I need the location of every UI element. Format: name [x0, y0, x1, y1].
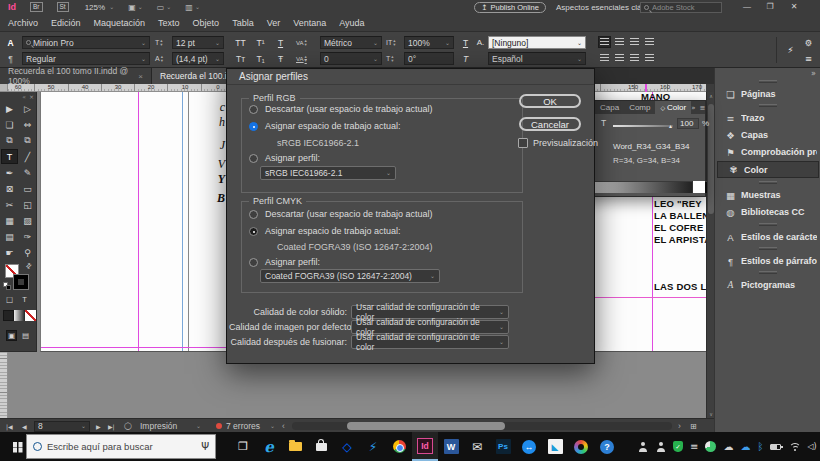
- kerning-field[interactable]: Métrico ⌄: [320, 36, 382, 49]
- menu-ventana[interactable]: Ventana: [293, 18, 326, 28]
- scroll-left-icon[interactable]: ‹: [282, 419, 285, 433]
- indesign-taskbar-button[interactable]: Id: [412, 432, 438, 461]
- paint-app-button[interactable]: [568, 432, 594, 461]
- content-collector-tool[interactable]: ⧉: [1, 133, 18, 148]
- publish-online-button[interactable]: ↥ Publish Online: [474, 2, 546, 13]
- menu-maquetacion[interactable]: Maquetación: [94, 18, 146, 28]
- document-page-left[interactable]: c h J V Y B: [40, 92, 227, 352]
- tab-comp[interactable]: Comp: [624, 101, 655, 114]
- bridge-button[interactable]: Br: [30, 2, 43, 12]
- selection-tool[interactable]: ▶: [1, 101, 18, 116]
- language-dropdown[interactable]: Español ⌄: [488, 52, 586, 65]
- subscript-button[interactable]: T₁: [252, 52, 269, 65]
- dock-item-muestras[interactable]: ▦ Muestras: [715, 187, 820, 203]
- zoom-tool[interactable]: ⚲: [19, 245, 36, 260]
- tint-slider[interactable]: [613, 125, 673, 127]
- chevron-down-icon[interactable]: ⌄: [270, 419, 275, 433]
- arrange-documents-dropdown[interactable]: ▥ ⌄: [185, 3, 200, 12]
- menu-tabla[interactable]: Tabla: [232, 18, 254, 28]
- next-page-button[interactable]: ▶: [96, 419, 101, 433]
- horizontal-scrollbar[interactable]: [292, 422, 672, 430]
- gear-icon[interactable]: ⚙: [800, 36, 817, 49]
- screen-mode-dropdown[interactable]: ▭ ⌄: [157, 3, 172, 12]
- start-button[interactable]: [0, 432, 26, 461]
- swap-fill-stroke-icon[interactable]: ⇄: [24, 261, 34, 271]
- stroke-swatch[interactable]: [14, 275, 28, 289]
- tracking-field[interactable]: 0 ⌄: [320, 52, 382, 65]
- drag-handle[interactable]: [759, 104, 777, 107]
- dock-item-trazo[interactable]: ≡ Trazo: [715, 110, 820, 126]
- microphone-icon[interactable]: Ψ: [201, 441, 209, 452]
- close-icon[interactable]: ×: [138, 72, 143, 81]
- small-caps-button[interactable]: Tт: [232, 52, 249, 65]
- chrome-button[interactable]: [386, 432, 412, 461]
- hand-tool[interactable]: ☛: [1, 245, 18, 260]
- align-center-button[interactable]: [613, 36, 626, 48]
- character-formatting-button[interactable]: A: [2, 36, 19, 49]
- tint-slider-marker[interactable]: ▴: [669, 122, 672, 129]
- preflight-profile-label[interactable]: Impresión: [140, 419, 177, 433]
- menu-objeto[interactable]: Objeto: [193, 18, 220, 28]
- content-placer-tool[interactable]: ⧉: [19, 133, 36, 148]
- expand-dock-icon[interactable]: »: [811, 69, 816, 78]
- view-options-dropdown[interactable]: ▣ ⌄: [128, 3, 143, 12]
- leading-field[interactable]: (14,4 pt) ⌄: [172, 52, 224, 65]
- windows-search-box[interactable]: Ψ: [26, 434, 216, 459]
- tint-value-field[interactable]: 100: [677, 118, 699, 129]
- edge-button[interactable]: e: [256, 432, 282, 461]
- apply-color-button[interactable]: [3, 310, 14, 321]
- word-button[interactable]: W: [438, 432, 464, 461]
- vertical-scale-field[interactable]: 100% ⌄: [404, 36, 454, 49]
- stock-search-input[interactable]: [652, 3, 712, 12]
- rgb-profile-dropdown[interactable]: sRGB IEC61966-2.1 ⌄: [260, 166, 396, 180]
- rgb-discard-radio[interactable]: [249, 105, 258, 114]
- cancel-button[interactable]: Cancelar: [519, 117, 581, 131]
- close-icon[interactable]: ×: [29, 93, 34, 100]
- gradient-swatch-tool[interactable]: ▦: [1, 213, 18, 228]
- expand-panel-icon[interactable]: »: [691, 104, 695, 112]
- last-page-button[interactable]: ▶|: [108, 419, 115, 433]
- dock-item-paginas[interactable]: ❏ Páginas: [715, 86, 820, 102]
- pen-tool[interactable]: ✒: [1, 165, 18, 180]
- ruler-origin[interactable]: [0, 84, 8, 92]
- justify-left-button[interactable]: [643, 36, 656, 48]
- spread-view-icon[interactable]: ⊞: [690, 419, 697, 433]
- mail-button[interactable]: ✉: [464, 432, 490, 461]
- menu-ver[interactable]: Ver: [267, 18, 281, 28]
- preview-mode-button[interactable]: ▤: [20, 330, 31, 341]
- volume-icon[interactable]: ◁): [807, 442, 816, 451]
- align-right-button[interactable]: [628, 36, 641, 48]
- italic-t-icon[interactable]: T: [457, 52, 474, 65]
- errors-label[interactable]: 7 errores: [226, 419, 260, 433]
- gap-tool[interactable]: ⇔: [19, 117, 36, 132]
- cloud-icon[interactable]: ☁: [723, 441, 733, 452]
- page-tool[interactable]: ❏: [1, 117, 18, 132]
- scissors-tool[interactable]: ✂: [1, 197, 18, 212]
- adobe-stock-search[interactable]: [640, 2, 722, 13]
- menu-archivo[interactable]: Archivo: [8, 18, 38, 28]
- minimize-button[interactable]: —: [739, 0, 755, 13]
- cmyk-assign-current-radio[interactable]: [249, 227, 258, 236]
- free-transform-tool[interactable]: ◱: [19, 197, 36, 212]
- paragraph-formatting-button[interactable]: ¶: [2, 52, 19, 65]
- lightning-app-button[interactable]: ⚡: [360, 432, 386, 461]
- file-explorer-button[interactable]: [282, 432, 308, 461]
- menu-edicion[interactable]: Edición: [51, 18, 81, 28]
- underline-button[interactable]: T: [272, 36, 289, 49]
- gradient-feather-tool[interactable]: ▨: [19, 213, 36, 228]
- after-blending-intent-dropdown[interactable]: Usar calidad de configuración de color ⌄: [351, 335, 509, 349]
- dock-item-capas[interactable]: ❖ Capas: [715, 127, 820, 143]
- store-button[interactable]: [308, 432, 334, 461]
- collapse-panel-icon[interactable]: «: [22, 93, 26, 100]
- cmyk-profile-dropdown[interactable]: Coated FOGRA39 (ISO 12647-2:2004) ⌄: [260, 269, 440, 283]
- scrollbar-thumb[interactable]: [347, 422, 505, 430]
- pencil-tool[interactable]: ✎: [19, 165, 36, 180]
- justify-right-button[interactable]: [613, 52, 626, 64]
- wifi-icon[interactable]: [788, 442, 800, 451]
- vertical-scrollbar[interactable]: ∧ ∨: [706, 92, 714, 418]
- skew-field[interactable]: 0°: [404, 52, 454, 65]
- justify-last-button[interactable]: [643, 52, 656, 64]
- tab-recuerda-tomo2[interactable]: Recuerda el 100 tomo II.indd @ 100% ×: [0, 68, 152, 84]
- panel-menu-icon[interactable]: ≡: [800, 52, 817, 65]
- cmyk-assign-profile-radio[interactable]: [249, 258, 258, 267]
